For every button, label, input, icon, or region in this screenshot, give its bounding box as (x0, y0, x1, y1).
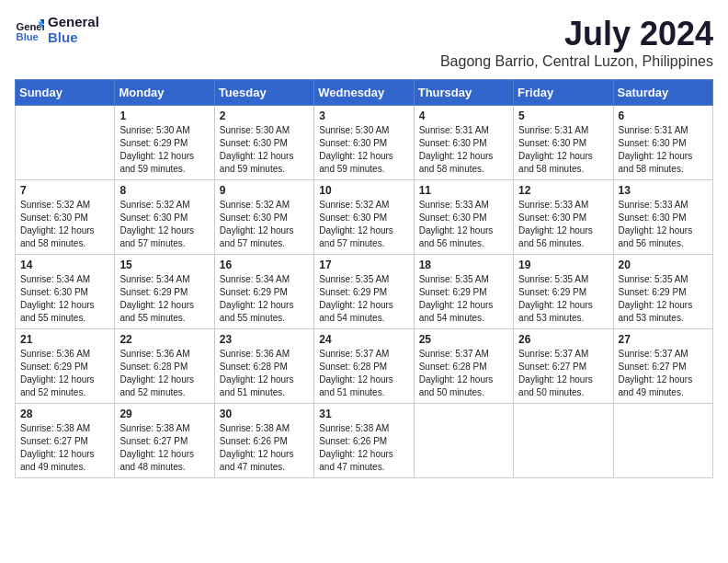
calendar-cell: 4Sunrise: 5:31 AMSunset: 6:30 PMDaylight… (414, 106, 513, 180)
logo-blue: Blue (48, 30, 99, 46)
day-info: Sunrise: 5:38 AMSunset: 6:27 PMDaylight:… (20, 422, 109, 474)
day-number: 6 (619, 109, 708, 122)
week-row-1: 1Sunrise: 5:30 AMSunset: 6:29 PMDaylight… (16, 106, 713, 180)
calendar-cell (514, 404, 613, 478)
day-info: Sunrise: 5:35 AMSunset: 6:29 PMDaylight:… (518, 273, 608, 325)
calendar-cell: 28Sunrise: 5:38 AMSunset: 6:27 PMDayligh… (16, 404, 115, 478)
day-number: 11 (419, 184, 508, 197)
calendar-cell: 13Sunrise: 5:33 AMSunset: 6:30 PMDayligh… (613, 180, 712, 255)
day-info: Sunrise: 5:38 AMSunset: 6:26 PMDaylight:… (220, 422, 309, 474)
calendar-cell (16, 106, 115, 180)
day-info: Sunrise: 5:35 AMSunset: 6:29 PMDaylight:… (319, 273, 408, 325)
day-number: 20 (619, 259, 708, 271)
calendar-cell: 31Sunrise: 5:38 AMSunset: 6:26 PMDayligh… (314, 404, 414, 478)
day-number: 16 (220, 259, 309, 271)
calendar-cell: 10Sunrise: 5:32 AMSunset: 6:30 PMDayligh… (314, 180, 414, 255)
day-info: Sunrise: 5:32 AMSunset: 6:30 PMDaylight:… (220, 199, 309, 250)
calendar-cell: 23Sunrise: 5:36 AMSunset: 6:28 PMDayligh… (214, 329, 313, 404)
calendar-cell (613, 404, 712, 478)
day-number: 28 (20, 408, 109, 420)
day-number: 1 (119, 109, 209, 122)
svg-text:Blue: Blue (17, 31, 39, 42)
calendar-cell: 20Sunrise: 5:35 AMSunset: 6:29 PMDayligh… (613, 255, 712, 329)
day-number: 14 (20, 259, 109, 271)
day-info: Sunrise: 5:34 AMSunset: 6:30 PMDaylight:… (20, 273, 109, 325)
day-info: Sunrise: 5:35 AMSunset: 6:29 PMDaylight:… (419, 273, 508, 325)
calendar-table: SundayMondayTuesdayWednesdayThursdayFrid… (15, 79, 713, 478)
day-info: Sunrise: 5:30 AMSunset: 6:30 PMDaylight:… (319, 124, 408, 176)
day-info: Sunrise: 5:33 AMSunset: 6:30 PMDaylight:… (419, 199, 508, 250)
calendar-cell: 8Sunrise: 5:32 AMSunset: 6:30 PMDaylight… (115, 180, 214, 255)
day-number: 26 (518, 333, 608, 346)
day-info: Sunrise: 5:36 AMSunset: 6:29 PMDaylight:… (20, 348, 109, 399)
calendar-cell: 12Sunrise: 5:33 AMSunset: 6:30 PMDayligh… (514, 180, 613, 255)
month-year: July 2024 (440, 15, 713, 53)
calendar-cell: 24Sunrise: 5:37 AMSunset: 6:28 PMDayligh… (314, 329, 414, 404)
day-number: 22 (119, 333, 209, 346)
calendar-cell: 7Sunrise: 5:32 AMSunset: 6:30 PMDaylight… (16, 180, 115, 255)
calendar-cell: 5Sunrise: 5:31 AMSunset: 6:30 PMDaylight… (514, 106, 613, 180)
day-header-tuesday: Tuesday (214, 80, 313, 106)
day-info: Sunrise: 5:30 AMSunset: 6:30 PMDaylight:… (220, 124, 309, 176)
calendar-cell: 30Sunrise: 5:38 AMSunset: 6:26 PMDayligh… (214, 404, 313, 478)
day-number: 21 (20, 333, 109, 346)
day-info: Sunrise: 5:34 AMSunset: 6:29 PMDaylight:… (220, 273, 309, 325)
day-number: 24 (319, 333, 408, 346)
day-info: Sunrise: 5:37 AMSunset: 6:28 PMDaylight:… (419, 348, 508, 399)
calendar-cell: 11Sunrise: 5:33 AMSunset: 6:30 PMDayligh… (414, 180, 513, 255)
week-row-2: 7Sunrise: 5:32 AMSunset: 6:30 PMDaylight… (16, 180, 713, 255)
day-header-saturday: Saturday (613, 80, 712, 106)
logo-general: General (48, 15, 99, 30)
calendar-cell: 22Sunrise: 5:36 AMSunset: 6:28 PMDayligh… (115, 329, 214, 404)
calendar-cell: 9Sunrise: 5:32 AMSunset: 6:30 PMDaylight… (214, 180, 313, 255)
day-number: 30 (220, 408, 309, 420)
day-header-sunday: Sunday (16, 80, 115, 106)
day-header-monday: Monday (115, 80, 214, 106)
day-number: 4 (419, 109, 508, 122)
day-info: Sunrise: 5:30 AMSunset: 6:29 PMDaylight:… (119, 124, 209, 176)
day-info: Sunrise: 5:31 AMSunset: 6:30 PMDaylight:… (419, 124, 508, 176)
day-info: Sunrise: 5:37 AMSunset: 6:28 PMDaylight:… (319, 348, 408, 399)
day-info: Sunrise: 5:38 AMSunset: 6:27 PMDaylight:… (119, 422, 209, 474)
day-number: 3 (319, 109, 408, 122)
day-info: Sunrise: 5:31 AMSunset: 6:30 PMDaylight:… (518, 124, 608, 176)
day-info: Sunrise: 5:38 AMSunset: 6:26 PMDaylight:… (319, 422, 408, 474)
calendar-cell (414, 404, 513, 478)
day-number: 29 (119, 408, 209, 420)
calendar-cell: 17Sunrise: 5:35 AMSunset: 6:29 PMDayligh… (314, 255, 414, 329)
calendar-cell: 19Sunrise: 5:35 AMSunset: 6:29 PMDayligh… (514, 255, 613, 329)
title-area: July 2024 Bagong Barrio, Central Luzon, … (440, 15, 713, 70)
day-info: Sunrise: 5:32 AMSunset: 6:30 PMDaylight:… (20, 199, 109, 250)
week-row-3: 14Sunrise: 5:34 AMSunset: 6:30 PMDayligh… (16, 255, 713, 329)
day-number: 23 (220, 333, 309, 346)
page-header: General Blue General Blue July 2024 Bago… (15, 15, 713, 70)
calendar-cell: 1Sunrise: 5:30 AMSunset: 6:29 PMDaylight… (115, 106, 214, 180)
calendar-cell: 26Sunrise: 5:37 AMSunset: 6:27 PMDayligh… (514, 329, 613, 404)
day-info: Sunrise: 5:33 AMSunset: 6:30 PMDaylight:… (619, 199, 708, 250)
calendar-cell: 2Sunrise: 5:30 AMSunset: 6:30 PMDaylight… (214, 106, 313, 180)
calendar-cell: 29Sunrise: 5:38 AMSunset: 6:27 PMDayligh… (115, 404, 214, 478)
day-number: 25 (419, 333, 508, 346)
day-number: 13 (619, 184, 708, 197)
day-number: 2 (220, 109, 309, 122)
day-info: Sunrise: 5:34 AMSunset: 6:29 PMDaylight:… (119, 273, 209, 325)
logo: General Blue General Blue (15, 15, 99, 45)
day-header-wednesday: Wednesday (314, 80, 414, 106)
calendar-cell: 3Sunrise: 5:30 AMSunset: 6:30 PMDaylight… (314, 106, 414, 180)
calendar-cell: 6Sunrise: 5:31 AMSunset: 6:30 PMDaylight… (613, 106, 712, 180)
calendar-cell: 15Sunrise: 5:34 AMSunset: 6:29 PMDayligh… (115, 255, 214, 329)
day-number: 12 (518, 184, 608, 197)
day-number: 9 (220, 184, 309, 197)
days-header-row: SundayMondayTuesdayWednesdayThursdayFrid… (16, 80, 713, 106)
day-number: 5 (518, 109, 608, 122)
day-info: Sunrise: 5:32 AMSunset: 6:30 PMDaylight:… (319, 199, 408, 250)
logo-icon: General Blue (15, 16, 44, 45)
week-row-5: 28Sunrise: 5:38 AMSunset: 6:27 PMDayligh… (16, 404, 713, 478)
day-number: 15 (119, 259, 209, 271)
calendar-cell: 25Sunrise: 5:37 AMSunset: 6:28 PMDayligh… (414, 329, 513, 404)
day-info: Sunrise: 5:32 AMSunset: 6:30 PMDaylight:… (119, 199, 209, 250)
day-number: 27 (619, 333, 708, 346)
day-info: Sunrise: 5:36 AMSunset: 6:28 PMDaylight:… (220, 348, 309, 399)
day-info: Sunrise: 5:37 AMSunset: 6:27 PMDaylight:… (518, 348, 608, 399)
day-number: 10 (319, 184, 408, 197)
